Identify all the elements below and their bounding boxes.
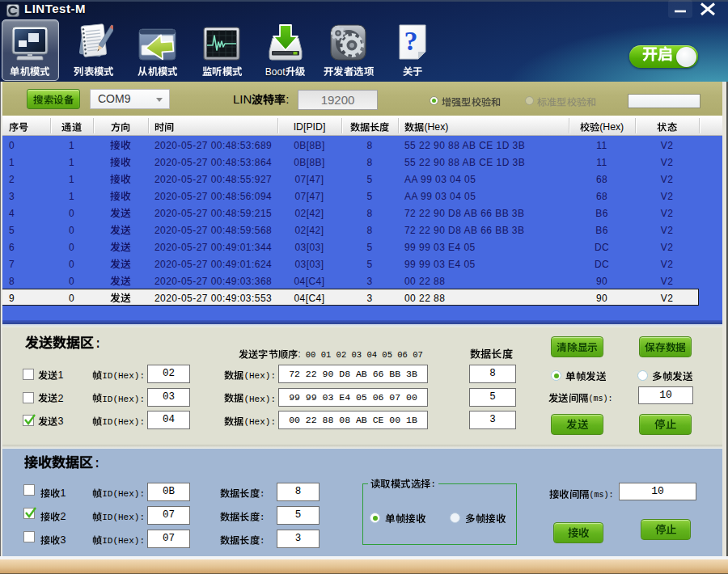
svg-text:?: ? [404, 26, 418, 56]
